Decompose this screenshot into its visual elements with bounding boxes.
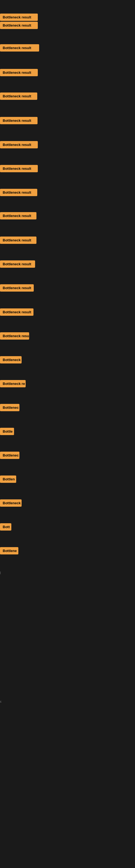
bottleneck-result-button[interactable]: Bottlenec — [0, 404, 19, 411]
bottleneck-result-button[interactable]: Bottlen — [0, 475, 16, 483]
small-label: | — [0, 571, 1, 574]
bottleneck-result-button[interactable]: Bottleneck — [0, 356, 21, 364]
site-title — [0, 0, 135, 5]
bottleneck-result-button[interactable]: Bottleneck result — [0, 212, 37, 219]
bottleneck-result-button[interactable]: Bottleneck result — [0, 260, 35, 268]
bottleneck-result-button[interactable]: Bott — [0, 523, 11, 531]
bottleneck-result-button[interactable]: Bottle — [0, 428, 14, 435]
bottleneck-result-button[interactable]: Bottleneck — [0, 499, 21, 507]
bottleneck-result-button[interactable]: Bottleneck result — [0, 308, 34, 316]
bottleneck-result-button[interactable]: Bottleneck result — [0, 141, 38, 148]
bottleneck-result-button[interactable]: Bottleneck result — [0, 284, 34, 291]
bottleneck-result-button[interactable]: Bottleneck result — [0, 69, 38, 76]
bottleneck-result-button[interactable]: Bottleneck result — [0, 44, 39, 52]
bottleneck-result-button[interactable]: Bottlenec — [0, 452, 19, 459]
bottleneck-result-button[interactable]: Bottleneck result — [0, 165, 38, 172]
bottleneck-result-button[interactable]: Bottleneck re — [0, 380, 26, 388]
small-label: c — [0, 700, 2, 703]
bottleneck-result-button[interactable]: Bottleneck result — [0, 22, 38, 29]
bottleneck-result-button[interactable]: Bottleneck result — [0, 93, 37, 100]
bottleneck-result-button[interactable]: Bottleneck result — [0, 189, 37, 196]
bottleneck-result-button[interactable]: Bottleneck result — [0, 13, 38, 21]
bottleneck-result-button[interactable]: Bottleneck result — [0, 117, 38, 124]
bottleneck-result-button[interactable]: Bottleneck resu — [0, 332, 29, 340]
bottleneck-result-button[interactable]: Bottleneck result — [0, 237, 37, 244]
bottleneck-result-button[interactable]: Bottlene — [0, 547, 18, 554]
